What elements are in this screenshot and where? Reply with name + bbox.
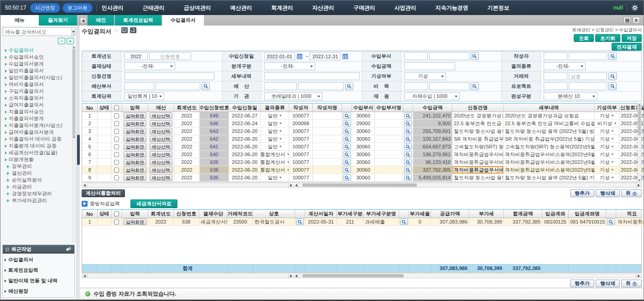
cell-title[interactable]: 객차비품취급업무서비스용역 [452, 166, 504, 173]
row-checkbox[interactable] [114, 160, 119, 165]
dropdown-cell[interactable]: 기성 [596, 174, 618, 181]
cell-budget_btn[interactable]: 예산선택 [148, 120, 174, 127]
search-lookup-icon[interactable] [608, 82, 617, 90]
cell-lookup[interactable] [403, 112, 413, 119]
sidebar-item[interactable]: +자금관리 [5, 184, 70, 190]
cell-status[interactable] [98, 143, 111, 150]
cell-req_no[interactable]: 636 [200, 174, 229, 181]
cell-year[interactable]: 2022 [174, 135, 200, 143]
cell-vendor[interactable]: 한국철도공사 [253, 218, 295, 225]
budget-class-select[interactable]: 본예산 10 [544, 92, 597, 100]
cell-writer_name[interactable] [313, 143, 342, 150]
cell-lookup[interactable] [342, 151, 352, 158]
input-screen-button[interactable]: 입력화면 [124, 151, 146, 158]
tree-expand-icon[interactable]: + [5, 191, 10, 197]
cell-vcode[interactable]: 23500 [228, 218, 253, 225]
cell-req_no[interactable]: 643 [200, 128, 229, 135]
row-checkbox[interactable] [114, 144, 119, 149]
logout-button[interactable]: 로그아웃 [62, 3, 93, 13]
cell-writer[interactable]: 100077 [289, 135, 313, 143]
search-lookup-icon[interactable] [404, 151, 412, 158]
cell-dept_name[interactable] [375, 174, 403, 181]
row-delete-button[interactable]: 행삭제 [596, 189, 620, 197]
dropdown-cell[interactable]: 일반 [262, 128, 287, 135]
search-lookup-icon[interactable] [404, 167, 412, 173]
cell-req_date[interactable]: 2022-06-20 [229, 166, 261, 173]
settings-gear-icon[interactable] [631, 4, 639, 12]
sidebar-item[interactable]: 지출결의서 데이터 검증 [5, 136, 70, 143]
cell-lookup[interactable] [403, 166, 413, 173]
cell-lookup[interactable] [403, 174, 413, 181]
grid1-horizontal-scrollbar[interactable] [82, 183, 642, 188]
input-screen-button[interactable]: 입력화면 [124, 174, 146, 181]
cell-lookup[interactable] [403, 120, 413, 127]
dropdown-cell[interactable]: 통합계산서 [262, 151, 287, 158]
cell-req_no[interactable]: 649 [200, 112, 229, 119]
cell-status[interactable] [98, 112, 111, 119]
input-screen-button[interactable]: 입력화면 [124, 120, 146, 127]
cell-detail[interactable]: 철도차량 청소사업 용역 (2022년 5월) 기성 [504, 174, 595, 181]
project-input-1[interactable] [544, 82, 567, 90]
cell-bill_date[interactable]: 2022-05-31 [305, 218, 337, 225]
recent-item[interactable]: 일반이체 연동 및 내역 [5, 275, 73, 286]
cell-detail[interactable]: 22.5 동부건축 전도금 여비교통비 수입결의(착... [504, 120, 595, 127]
cell-writer_name[interactable] [313, 120, 342, 127]
sidebar-item[interactable]: +결산관리 [5, 170, 70, 177]
scroll-right-icon[interactable] [288, 274, 294, 278]
sidebar-item[interactable]: 여비지출결의서 [5, 81, 70, 88]
cell-checkbox[interactable] [111, 158, 122, 166]
cell-req_date[interactable]: 2022-06-20 [229, 174, 261, 181]
tab-회계전표입력[interactable]: 회계전표입력 [115, 15, 161, 26]
cancel-button[interactable]: 취 소 [621, 189, 642, 197]
cell-input_btn[interactable]: 입력화면 [122, 151, 148, 158]
cell-writer_name[interactable] [313, 135, 342, 143]
sidebar-tab-메뉴[interactable]: 메뉴 [0, 15, 39, 26]
search-lookup-icon[interactable] [471, 52, 479, 60]
tab-scroll-left-button[interactable] [80, 17, 87, 24]
cell-completion[interactable]: 기성 [595, 174, 619, 181]
cell-lookup[interactable] [399, 218, 409, 225]
sidebar-item[interactable]: 지출결의서분개(사업소) [5, 122, 70, 129]
cell-writer[interactable]: 100077 [289, 151, 313, 158]
grid2-horizontal-scrollbar[interactable] [82, 273, 642, 278]
cell-dec_type[interactable]: 통합계산서 [261, 158, 289, 166]
cell-lookup[interactable] [295, 218, 305, 225]
search-lookup-icon[interactable] [607, 219, 615, 225]
cell-dec_type[interactable]: 일반 [261, 174, 289, 181]
cell-detail[interactable]: 고속철도차량(SRT) 청소용역(2022년5월) 기성 [504, 143, 595, 150]
tree-expand-icon[interactable]: + [5, 198, 10, 204]
refresh-icon[interactable] [130, 27, 136, 33]
cell-year[interactable]: 2022 [148, 218, 174, 225]
tab-list-icon[interactable] [623, 17, 631, 24]
budget-select-button[interactable]: 예산선택 [150, 112, 172, 119]
cell-no[interactable]: 9 [82, 174, 98, 181]
cell-writer_name[interactable] [313, 158, 342, 166]
cell-no[interactable]: 8 [82, 166, 98, 173]
dropdown-cell[interactable]: 기성 [596, 143, 618, 150]
cell-status[interactable] [98, 128, 111, 135]
cell-dept[interactable]: 30060 [352, 135, 375, 143]
table-row[interactable]: 1입력화면예산선택20226492022-06-27일반100077300602… [82, 112, 637, 120]
cell-writer[interactable]: 100077 [289, 128, 313, 135]
cell-completion[interactable]: 기성 [595, 158, 619, 166]
favorite-star-icon[interactable] [114, 27, 119, 34]
cell-req_date[interactable]: 2022-06-20 [229, 128, 261, 135]
cell-dept[interactable]: 30060 [352, 112, 375, 119]
cell-completion[interactable]: 기성 [595, 112, 619, 119]
decision-type-select[interactable]: -전체- [544, 62, 586, 70]
search-dropdown-button[interactable] [72, 27, 75, 36]
cell-input_btn[interactable]: 입력화면 [122, 120, 148, 127]
dropdown-cell[interactable]: 기성 [596, 112, 618, 119]
cell-no[interactable]: 5 [82, 143, 98, 150]
cell-amount[interactable]: 96,120,410 [413, 158, 452, 166]
dropdown-cell[interactable]: 기성 [596, 166, 618, 173]
menu-search-input[interactable] [3, 27, 72, 36]
cell-no[interactable]: 1 [82, 218, 98, 225]
cell-amount[interactable]: 255,709,691 [413, 128, 452, 135]
search-lookup-icon[interactable] [343, 128, 351, 134]
cell-dept[interactable]: 30060 [352, 128, 375, 135]
scroll-right-icon[interactable] [288, 183, 294, 187]
sidebar-item[interactable]: 일반지출결의서(사업소) [5, 74, 70, 81]
tree-expand-button[interactable]: + [67, 38, 74, 44]
cell-status[interactable] [98, 120, 111, 127]
